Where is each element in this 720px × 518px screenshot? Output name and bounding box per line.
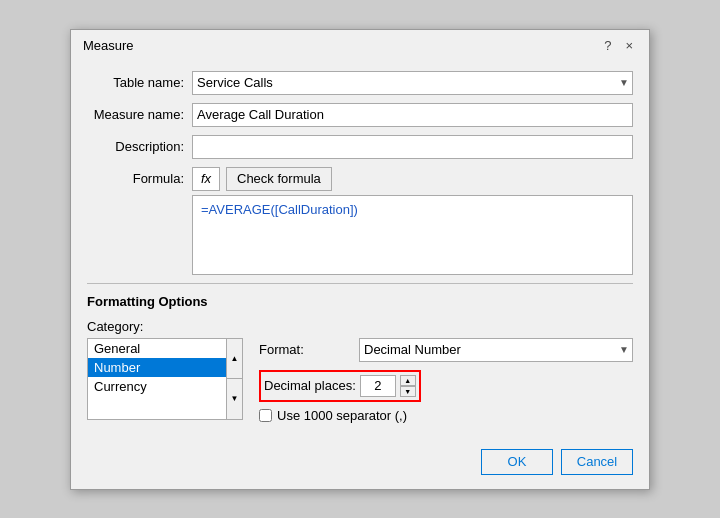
category-list[interactable]: General Number Currency xyxy=(87,338,227,420)
decimal-row: Decimal places: ▲ ▼ xyxy=(259,370,633,402)
measure-name-label: Measure name: xyxy=(87,107,192,122)
description-label: Description: xyxy=(87,139,192,154)
measure-dialog: Measure ? × Table name: Service Calls ▼ … xyxy=(70,29,650,490)
close-button[interactable]: × xyxy=(621,38,637,53)
check-formula-button[interactable]: Check formula xyxy=(226,167,332,191)
table-name-label: Table name: xyxy=(87,75,192,90)
table-name-select[interactable]: Service Calls xyxy=(192,71,633,95)
category-scroll-up[interactable]: ▲ xyxy=(227,339,242,380)
category-label: Category: xyxy=(87,319,633,334)
category-wrapper: General Number Currency ▲ ▼ xyxy=(87,338,243,420)
formula-text: =AVERAGE([CallDuration]) xyxy=(201,202,358,217)
separator-row: Use 1000 separator (,) xyxy=(259,408,633,423)
formatting-row: General Number Currency ▲ ▼ Format: xyxy=(87,338,633,423)
table-name-select-wrapper: Service Calls ▼ xyxy=(192,71,633,95)
formatting-options: Formatting Options Category: General Num… xyxy=(87,294,633,423)
cancel-button[interactable]: Cancel xyxy=(561,449,633,475)
measure-name-input[interactable] xyxy=(192,103,633,127)
decimal-decrement[interactable]: ▼ xyxy=(400,386,416,397)
dialog-title: Measure xyxy=(83,38,134,53)
format-label: Format: xyxy=(259,342,359,357)
formula-box[interactable]: =AVERAGE([CallDuration]) xyxy=(192,195,633,275)
separator-checkbox[interactable] xyxy=(259,409,272,422)
ok-button[interactable]: OK xyxy=(481,449,553,475)
decimal-spinner: ▲ ▼ xyxy=(400,375,416,397)
category-item-currency[interactable]: Currency xyxy=(88,377,226,396)
category-item-general[interactable]: General xyxy=(88,339,226,358)
dialog-body: Table name: Service Calls ▼ Measure name… xyxy=(71,59,649,439)
formatting-section-title: Formatting Options xyxy=(87,294,633,309)
decimal-increment[interactable]: ▲ xyxy=(400,375,416,386)
description-row: Description: xyxy=(87,135,633,159)
formula-row: Formula: fx Check formula xyxy=(87,167,633,191)
decimal-places-input[interactable] xyxy=(360,375,396,397)
format-select[interactable]: Decimal Number xyxy=(359,338,633,362)
title-bar: Measure ? × xyxy=(71,30,649,59)
category-list-arrows: ▲ ▼ xyxy=(227,338,243,420)
format-dropdown-row: Format: Decimal Number ▼ xyxy=(259,338,633,362)
decimal-box: Decimal places: ▲ ▼ xyxy=(259,370,421,402)
decimal-places-label: Decimal places: xyxy=(264,378,356,393)
format-right: Format: Decimal Number ▼ Decimal places: xyxy=(259,338,633,423)
measure-name-row: Measure name: xyxy=(87,103,633,127)
dialog-footer: OK Cancel xyxy=(71,439,649,489)
formula-label: Formula: xyxy=(87,171,192,186)
divider xyxy=(87,283,633,284)
category-scroll-down[interactable]: ▼ xyxy=(227,379,242,419)
category-item-number[interactable]: Number xyxy=(88,358,226,377)
description-input[interactable] xyxy=(192,135,633,159)
category-list-scroll: General Number Currency xyxy=(88,339,226,396)
table-name-row: Table name: Service Calls ▼ xyxy=(87,71,633,95)
separator-label: Use 1000 separator (,) xyxy=(277,408,407,423)
format-select-wrapper: Decimal Number ▼ xyxy=(359,338,633,362)
fx-button[interactable]: fx xyxy=(192,167,220,191)
help-button[interactable]: ? xyxy=(600,38,615,53)
title-bar-buttons: ? × xyxy=(600,38,637,53)
